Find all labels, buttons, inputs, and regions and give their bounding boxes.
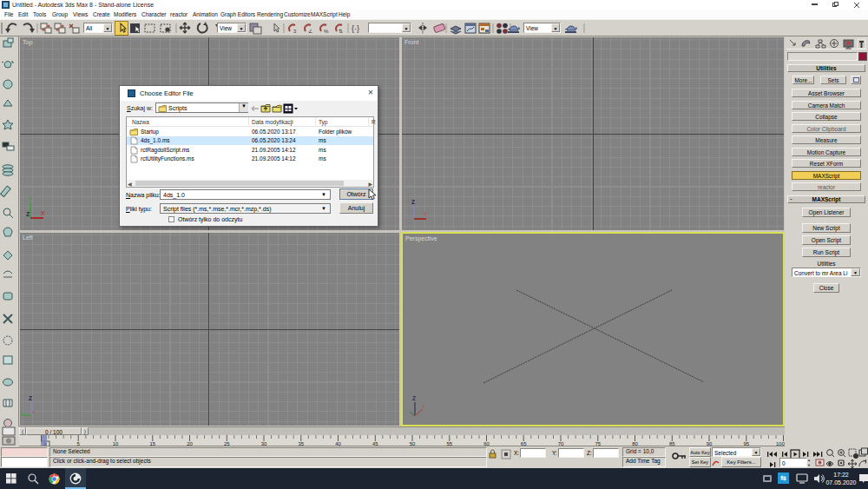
svg-text:3: 3	[293, 29, 297, 34]
svg-text:∠: ∠	[308, 29, 312, 34]
svg-text:Z: Z	[411, 199, 415, 205]
svg-text:%: %	[324, 29, 329, 34]
svg-text:{·}: {·}	[352, 24, 359, 33]
svg-text:X: X	[424, 211, 428, 217]
svg-text:Z: Z	[26, 211, 30, 217]
svg-text:x: x	[32, 409, 35, 414]
svg-text:x: x	[422, 403, 424, 408]
svg-text:⇅: ⇅	[339, 29, 343, 34]
svg-text:Z: Z	[29, 395, 32, 401]
svg-text:Y: Y	[28, 195, 32, 202]
svg-text:Z: Z	[412, 395, 416, 401]
svg-text:X: X	[41, 210, 45, 216]
